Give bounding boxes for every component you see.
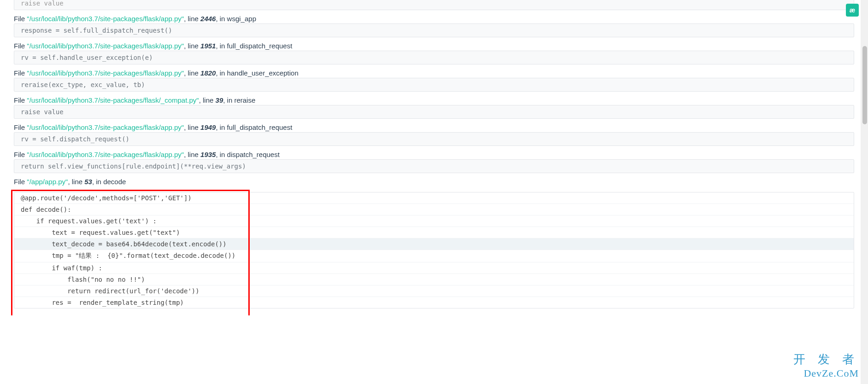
frame-line-number: 1949 — [200, 123, 216, 131]
in-label: , in — [216, 123, 227, 131]
traceback-frame-header: File "/usr/local/lib/python3.7/site-pack… — [14, 151, 854, 158]
file-label: File — [14, 42, 27, 50]
frame-function-name: full_dispatch_request — [227, 123, 293, 131]
frame-function-name: full_dispatch_request — [227, 42, 293, 50]
traceback-content: raise value File "/usr/local/lib/python3… — [0, 0, 868, 315]
source-line: flash("no no no !!") — [14, 274, 854, 285]
line-label: , line — [184, 151, 200, 158]
frame-path[interactable]: "/app/app.py" — [27, 178, 68, 186]
frame-line-number: 1935 — [200, 151, 216, 158]
frame-code-line: rv = self.handle_user_exception(e) — [14, 51, 854, 64]
line-label: , line — [184, 15, 200, 23]
file-label: File — [14, 69, 27, 77]
scrollbar-thumb[interactable] — [862, 46, 867, 124]
frame-line-number: 53 — [84, 178, 92, 186]
in-label: , in — [92, 178, 103, 186]
source-code-box: @app.route('/decode',methods=['POST','GE… — [14, 192, 854, 308]
frame-function-name: reraise — [234, 96, 255, 104]
file-label: File — [14, 123, 27, 131]
frame-path[interactable]: "/usr/local/lib/python3.7/site-packages/… — [27, 15, 184, 23]
source-line: if request.values.get('text') : — [14, 215, 854, 227]
frame-code-line: rv = self.dispatch_request() — [14, 132, 854, 146]
source-line: if waf(tmp) : — [14, 262, 854, 274]
traceback-frame-header: File "/usr/local/lib/python3.7/site-pack… — [14, 96, 854, 104]
frame-code-line: reraise(exc_type, exc_value, tb) — [14, 78, 854, 92]
traceback-frame-header: File "/usr/local/lib/python3.7/site-pack… — [14, 69, 854, 77]
file-label: File — [14, 178, 27, 186]
line-label: , line — [184, 69, 200, 77]
frame-path[interactable]: "/usr/local/lib/python3.7/site-packages/… — [27, 151, 184, 158]
source-line: def decode(): — [14, 204, 854, 215]
file-label: File — [14, 96, 27, 104]
frame-line-number: 39 — [216, 96, 223, 104]
traceback-frame-header: File "/usr/local/lib/python3.7/site-pack… — [14, 42, 854, 50]
in-label: , in — [216, 151, 227, 158]
in-label: , in — [216, 42, 227, 50]
file-label: File — [14, 151, 27, 158]
traceback-frame-header: File "/usr/local/lib/python3.7/site-pack… — [14, 15, 854, 23]
frame-code-line: raise value — [14, 105, 854, 119]
source-line: text_decode = base64.b64decode(text.enco… — [14, 239, 854, 250]
frame-function-name: decode — [103, 178, 126, 186]
frame-line-number: 2446 — [200, 15, 216, 23]
frame-line-number: 1951 — [200, 42, 216, 50]
code-fragment: raise value — [14, 0, 854, 10]
frame-function-name: wsgi_app — [227, 15, 256, 23]
file-label: File — [14, 15, 27, 23]
source-line: return redirect(url_for('decode')) — [14, 285, 854, 297]
scrollbar[interactable] — [861, 0, 868, 315]
in-label: , in — [216, 15, 227, 23]
line-label: , line — [199, 96, 216, 104]
source-line: res = render_template_string(tmp) — [14, 297, 854, 308]
source-line: text = request.values.get("text") — [14, 227, 854, 239]
line-label: , line — [184, 42, 200, 50]
line-label: , line — [184, 123, 200, 131]
line-label: , line — [68, 178, 84, 186]
frame-path[interactable]: "/usr/local/lib/python3.7/site-packages/… — [27, 42, 184, 50]
frame-function-name: handle_user_exception — [227, 69, 299, 77]
traceback-frame-header-last: File "/app/app.py", line 53, in decode — [14, 178, 854, 186]
in-label: , in — [223, 96, 234, 104]
in-label: , in — [216, 69, 227, 77]
source-line: tmp = "结果 : {0}".format(text_decode.deco… — [14, 250, 854, 262]
source-line: @app.route('/decode',methods=['POST','GE… — [14, 192, 854, 204]
frame-code-line: response = self.full_dispatch_request() — [14, 23, 854, 37]
traceback-frame-header: File "/usr/local/lib/python3.7/site-pack… — [14, 123, 854, 131]
ae-badge-icon: æ — [846, 4, 859, 17]
frame-path[interactable]: "/usr/local/lib/python3.7/site-packages/… — [27, 96, 199, 104]
frame-function-name: dispatch_request — [227, 151, 280, 158]
frame-code-line: return self.view_functions[rule.endpoint… — [14, 159, 854, 173]
frame-path[interactable]: "/usr/local/lib/python3.7/site-packages/… — [27, 69, 184, 77]
frame-path[interactable]: "/usr/local/lib/python3.7/site-packages/… — [27, 123, 184, 131]
frame-line-number: 1820 — [200, 69, 216, 77]
